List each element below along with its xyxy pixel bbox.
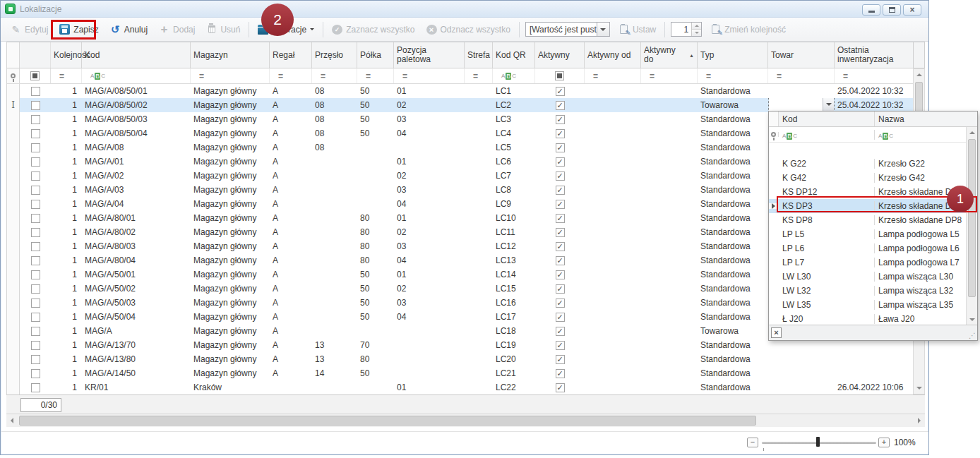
row-select-cell[interactable] bbox=[20, 313, 51, 322]
cell-kod[interactable]: MAG/A/50/02 bbox=[82, 282, 191, 296]
cell-przeslo[interactable] bbox=[312, 282, 357, 296]
table-row[interactable]: 1MAG/A/08/50/01Magazyn głównyA085001LC1S… bbox=[7, 84, 913, 98]
cell-kod[interactable]: MAG/A/80/01 bbox=[82, 211, 191, 225]
cell-kolejnosc[interactable]: 1 bbox=[51, 169, 82, 183]
cell-aktywny[interactable] bbox=[535, 380, 585, 394]
cell-aktywny_do[interactable] bbox=[641, 183, 698, 197]
cell-strefa[interactable] bbox=[465, 380, 493, 394]
cell-aktywny_od[interactable] bbox=[585, 126, 641, 140]
row-select-cell[interactable] bbox=[20, 228, 51, 237]
dropdown-item[interactable]: LW L30Lampa wisząca L30 bbox=[769, 270, 977, 284]
cell-magazyn[interactable]: Magazyn główny bbox=[191, 225, 270, 239]
cell-pozycja[interactable]: 02 bbox=[394, 98, 465, 112]
cell-strefa[interactable] bbox=[465, 140, 493, 155]
cell-polka[interactable] bbox=[357, 155, 394, 169]
cell-aktywny[interactable] bbox=[535, 84, 585, 98]
aktywny-checkbox[interactable] bbox=[556, 270, 565, 279]
aktywny-checkbox[interactable] bbox=[556, 284, 565, 294]
cell-pozycja[interactable] bbox=[394, 352, 465, 366]
cell-typ[interactable]: Standardowa bbox=[698, 225, 768, 239]
cell-kod_qr[interactable]: LC21 bbox=[493, 366, 535, 380]
cell-polka[interactable] bbox=[357, 197, 394, 211]
cell-magazyn[interactable]: Magazyn główny bbox=[191, 112, 270, 126]
filter-cell-kod_qr[interactable]: ABC bbox=[493, 68, 535, 83]
row-select-checkbox[interactable] bbox=[31, 228, 40, 237]
dropdown-scrollbar-thumb[interactable] bbox=[968, 139, 976, 297]
cell-ostatnia[interactable] bbox=[835, 352, 914, 366]
column-header-pozycja[interactable]: Pozycja paletowa bbox=[394, 42, 465, 68]
cell-magazyn[interactable]: Magazyn główny bbox=[191, 211, 270, 225]
cell-pozycja[interactable]: 03 bbox=[394, 183, 465, 197]
cell-przeslo[interactable] bbox=[312, 183, 357, 197]
cell-aktywny[interactable] bbox=[535, 112, 585, 126]
dropdown-column-header-nazwa[interactable]: Nazwa bbox=[875, 112, 966, 126]
cell-typ[interactable]: Standardowa bbox=[698, 282, 768, 296]
dropdown-item[interactable]: LP L5Lampa podłogowa L5 bbox=[769, 227, 977, 241]
cell-pozycja[interactable] bbox=[394, 140, 465, 155]
cell-kod_qr[interactable]: LC3 bbox=[493, 112, 535, 126]
dropdown-column-header-kod[interactable]: Kod bbox=[779, 112, 875, 126]
cell-aktywny_do[interactable] bbox=[641, 126, 698, 140]
cell-aktywny_do[interactable] bbox=[641, 211, 698, 225]
cell-polka[interactable]: 50 bbox=[357, 84, 394, 98]
cell-aktywny_do[interactable] bbox=[641, 197, 698, 211]
cell-aktywny[interactable] bbox=[535, 253, 585, 267]
column-header-aktywny_do[interactable]: Aktywny do▲ bbox=[641, 42, 698, 68]
cell-kolejnosc[interactable]: 1 bbox=[51, 211, 82, 225]
cell-strefa[interactable] bbox=[465, 112, 493, 126]
cell-kod_qr[interactable]: LC13 bbox=[493, 253, 535, 267]
cell-kod[interactable]: MAG/A/08/50/02 bbox=[82, 98, 191, 112]
cell-strefa[interactable] bbox=[465, 155, 493, 169]
cell-strefa[interactable] bbox=[465, 267, 493, 282]
cell-polka[interactable] bbox=[357, 380, 394, 394]
cell-aktywny_do[interactable] bbox=[641, 155, 698, 169]
cell-strefa[interactable] bbox=[465, 183, 493, 197]
cell-strefa[interactable] bbox=[465, 211, 493, 225]
column-header-magazyn[interactable]: Magazyn bbox=[191, 42, 270, 68]
cell-aktywny_do[interactable] bbox=[641, 225, 698, 239]
cell-kod[interactable]: MAG/A/13/80 bbox=[82, 352, 191, 366]
cell-pozycja[interactable]: 04 bbox=[394, 126, 465, 140]
cell-kolejnosc[interactable]: 1 bbox=[51, 352, 82, 366]
cell-kod_qr[interactable]: LC20 bbox=[493, 352, 535, 366]
cell-aktywny[interactable] bbox=[535, 211, 585, 225]
value-combobox-dropdown-button[interactable] bbox=[597, 23, 609, 36]
dropdown-vertical-scrollbar[interactable] bbox=[966, 127, 977, 325]
cell-magazyn[interactable]: Magazyn główny bbox=[191, 84, 270, 98]
cell-kod_qr[interactable]: LC22 bbox=[493, 380, 535, 394]
row-select-checkbox[interactable] bbox=[31, 129, 40, 138]
cell-polka[interactable]: 50 bbox=[357, 112, 394, 126]
cell-aktywny_od[interactable] bbox=[585, 140, 641, 155]
cell-aktywny_do[interactable] bbox=[641, 282, 698, 296]
cell-kod_qr[interactable]: LC11 bbox=[493, 225, 535, 239]
cell-magazyn[interactable]: Magazyn główny bbox=[191, 239, 270, 253]
cell-regal[interactable]: A bbox=[270, 282, 312, 296]
select-all-checkbox[interactable] bbox=[30, 71, 40, 80]
row-select-checkbox[interactable] bbox=[31, 270, 40, 279]
cell-strefa[interactable] bbox=[465, 225, 493, 239]
cell-regal[interactable] bbox=[270, 380, 312, 394]
cell-magazyn[interactable]: Magazyn główny bbox=[191, 183, 270, 197]
cell-strefa[interactable] bbox=[465, 366, 493, 380]
cell-aktywny[interactable] bbox=[535, 366, 585, 380]
aktywny-checkbox[interactable] bbox=[556, 186, 565, 195]
cell-regal[interactable]: A bbox=[270, 211, 312, 225]
cell-strefa[interactable] bbox=[465, 84, 493, 98]
filter-select-cell[interactable] bbox=[20, 68, 51, 83]
anuluj-button[interactable]: ↺ Anuluj bbox=[104, 20, 153, 39]
cell-aktywny[interactable] bbox=[535, 282, 585, 296]
row-select-checkbox[interactable] bbox=[31, 327, 40, 336]
cell-magazyn[interactable]: Magazyn główny bbox=[191, 140, 270, 155]
cell-aktywny_do[interactable] bbox=[641, 84, 698, 98]
cell-kolejnosc[interactable]: 1 bbox=[51, 239, 82, 253]
cell-typ[interactable]: Standardowa bbox=[698, 183, 768, 197]
table-row[interactable]: I1MAG/A/08/50/02Magazyn głównyA085002LC2… bbox=[7, 98, 913, 112]
cell-pozycja[interactable] bbox=[394, 338, 465, 352]
cell-magazyn[interactable]: Magazyn główny bbox=[191, 324, 270, 338]
row-select-checkbox[interactable] bbox=[31, 157, 40, 167]
column-header-aktywny[interactable]: Aktywny bbox=[535, 42, 585, 68]
cell-polka[interactable] bbox=[357, 183, 394, 197]
cell-przeslo[interactable] bbox=[312, 225, 357, 239]
cell-kod_qr[interactable]: LC8 bbox=[493, 183, 535, 197]
cell-typ[interactable]: Standardowa bbox=[698, 310, 768, 324]
